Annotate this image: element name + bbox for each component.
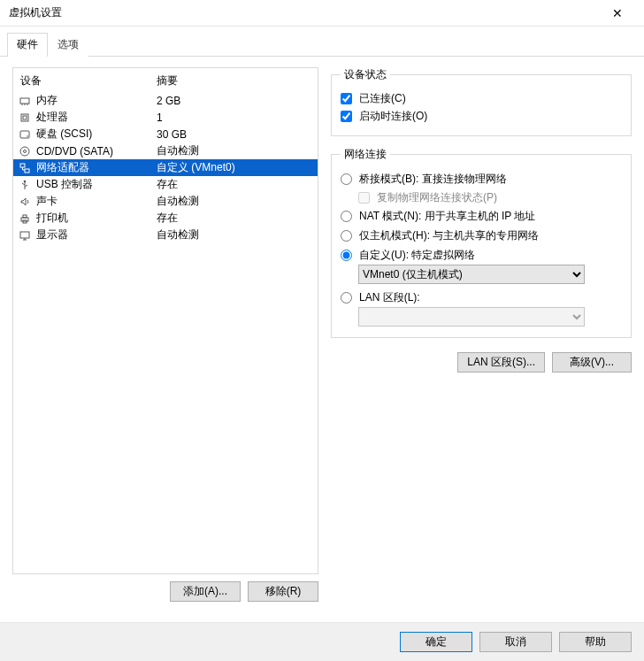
device-status-legend: 设备状态: [341, 67, 390, 82]
printer-icon: [17, 211, 33, 226]
nat-radio[interactable]: [341, 211, 352, 222]
device-summary: 自动检测: [157, 143, 314, 158]
device-row[interactable]: 网络适配器自定义 (VMnet0): [13, 159, 318, 176]
lan-segments-button[interactable]: LAN 区段(S)...: [457, 352, 545, 373]
replicate-label: 复制物理网络连接状态(P): [377, 190, 497, 205]
device-row[interactable]: 声卡自动检测: [13, 193, 318, 210]
nat-label: NAT 模式(N): 用于共享主机的 IP 地址: [359, 209, 535, 224]
close-icon[interactable]: ✕: [600, 0, 635, 27]
device-panel: 设备 摘要 内存2 GB处理器1硬盘 (SCSI)30 GBCD/DVD (SA…: [12, 67, 318, 574]
usb-icon: [17, 178, 33, 192]
connected-label: 已连接(C): [359, 91, 406, 106]
remove-button[interactable]: 移除(R): [248, 581, 318, 602]
title-bar: 虚拟机设置 ✕: [0, 0, 644, 27]
device-list-header: 设备 摘要: [13, 68, 318, 92]
custom-select-wrap: VMnet0 (仅主机模式): [341, 265, 622, 284]
window-title: 虚拟机设置: [9, 5, 600, 20]
left-column: 设备 摘要 内存2 GB处理器1硬盘 (SCSI)30 GBCD/DVD (SA…: [12, 67, 318, 602]
ok-button[interactable]: 确定: [400, 632, 472, 652]
disc-icon: [17, 144, 33, 158]
device-summary: 自动检测: [157, 227, 314, 242]
lan-segment-radio[interactable]: [341, 292, 352, 304]
nat-radio-row[interactable]: NAT 模式(N): 用于共享主机的 IP 地址: [341, 206, 622, 226]
connect-at-poweron-label: 启动时连接(O): [359, 109, 427, 124]
lan-segment-select-wrap: [341, 307, 622, 327]
add-button[interactable]: 添加(A)...: [170, 581, 241, 602]
device-row[interactable]: USB 控制器存在: [13, 176, 318, 193]
device-label: 硬盘 (SCSI): [36, 127, 157, 142]
replicate-checkbox-row: 复制物理网络连接状态(P): [341, 188, 622, 206]
device-summary: 自定义 (VMnet0): [157, 160, 314, 175]
device-summary: 存在: [157, 211, 314, 226]
tab-hardware[interactable]: 硬件: [7, 33, 48, 57]
device-status-group: 设备状态 已连接(C) 启动时连接(O): [331, 67, 632, 136]
col-device-header: 设备: [20, 73, 157, 88]
device-label: 打印机: [36, 211, 157, 226]
lan-segment-radio-row[interactable]: LAN 区段(L):: [341, 288, 622, 307]
device-list[interactable]: 内存2 GB处理器1硬盘 (SCSI)30 GBCD/DVD (SATA)自动检…: [13, 92, 318, 573]
bridged-radio-row[interactable]: 桥接模式(B): 直接连接物理网络: [341, 169, 622, 188]
device-label: 显示器: [36, 227, 157, 242]
connect-at-poweron-checkbox[interactable]: [341, 111, 352, 122]
content-area: 设备 摘要 内存2 GB处理器1硬盘 (SCSI)30 GBCD/DVD (SA…: [0, 57, 644, 609]
help-button[interactable]: 帮助: [559, 632, 632, 652]
device-list-buttons: 添加(A)... 移除(R): [12, 574, 318, 602]
device-label: 处理器: [36, 110, 157, 125]
bridged-label: 桥接模式(B): 直接连接物理网络: [359, 172, 507, 187]
device-summary: 存在: [157, 177, 314, 192]
hostonly-radio[interactable]: [341, 230, 352, 242]
cancel-button[interactable]: 取消: [479, 632, 552, 652]
connect-at-poweron-checkbox-row[interactable]: 启动时连接(O): [341, 107, 622, 125]
device-label: CD/DVD (SATA): [36, 145, 157, 158]
custom-radio-row[interactable]: 自定义(U): 特定虚拟网络: [341, 245, 622, 265]
col-summary-header: 摘要: [157, 73, 310, 88]
bridged-radio[interactable]: [341, 173, 352, 185]
replicate-checkbox: [358, 192, 370, 204]
memory-icon: [17, 94, 33, 108]
device-summary: 自动检测: [157, 194, 314, 209]
network-connection-legend: 网络连接: [341, 147, 390, 162]
device-label: 声卡: [36, 194, 157, 209]
sound-icon: [17, 195, 33, 209]
cpu-icon: [17, 111, 33, 125]
device-label: 内存: [36, 93, 157, 108]
custom-vmnet-select[interactable]: VMnet0 (仅主机模式): [358, 265, 585, 284]
device-row[interactable]: 显示器自动检测: [13, 227, 318, 243]
dialog-button-bar: 确定 取消 帮助: [0, 622, 644, 661]
network-connection-group: 网络连接 桥接模式(B): 直接连接物理网络 复制物理网络连接状态(P) NAT…: [331, 147, 632, 338]
custom-radio[interactable]: [341, 250, 352, 261]
hostonly-radio-row[interactable]: 仅主机模式(H): 与主机共享的专用网络: [341, 226, 622, 245]
display-icon: [17, 228, 33, 242]
device-row[interactable]: 处理器1: [13, 109, 318, 126]
custom-label: 自定义(U): 特定虚拟网络: [359, 248, 475, 263]
network-icon: [17, 161, 33, 175]
device-label: USB 控制器: [36, 177, 157, 192]
tab-options[interactable]: 选项: [48, 33, 88, 57]
device-row[interactable]: 打印机存在: [13, 210, 318, 227]
device-row[interactable]: CD/DVD (SATA)自动检测: [13, 142, 318, 159]
device-summary: 1: [157, 111, 314, 124]
connected-checkbox-row[interactable]: 已连接(C): [341, 89, 622, 107]
device-summary: 30 GB: [157, 128, 314, 141]
hostonly-label: 仅主机模式(H): 与主机共享的专用网络: [359, 228, 539, 243]
device-label: 网络适配器: [36, 160, 157, 175]
tab-strip: 硬件 选项: [0, 27, 644, 57]
settings-panel: 设备状态 已连接(C) 启动时连接(O) 网络连接 桥接模式(B): 直接连接物…: [331, 67, 632, 602]
connected-checkbox[interactable]: [341, 93, 352, 104]
device-row[interactable]: 硬盘 (SCSI)30 GB: [13, 126, 318, 142]
device-summary: 2 GB: [157, 95, 314, 107]
device-row[interactable]: 内存2 GB: [13, 92, 318, 109]
lan-segment-label: LAN 区段(L):: [359, 290, 420, 305]
disk-icon: [17, 127, 33, 142]
lan-segment-select: [358, 307, 585, 327]
right-action-buttons: LAN 区段(S)... 高级(V)...: [331, 349, 632, 373]
advanced-button[interactable]: 高级(V)...: [552, 352, 632, 373]
